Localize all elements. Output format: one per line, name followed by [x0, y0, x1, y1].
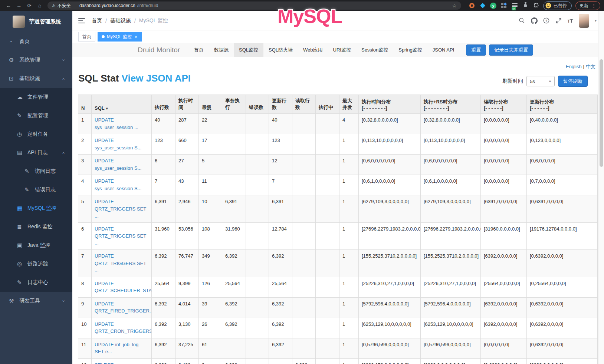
- tab-close-icon[interactable]: ×: [135, 34, 138, 40]
- sql-statement-link[interactable]: UPDATE QRTZ_SCHEDULER_STA...: [95, 281, 152, 294]
- back-icon[interactable]: ←: [4, 0, 13, 11]
- extensions-puzzle-icon[interactable]: [533, 2, 539, 9]
- sql-statement-link[interactable]: UPDATE sys_user_session S...: [95, 178, 141, 191]
- user-avatar[interactable]: [579, 14, 589, 28]
- refresh-interval-select[interactable]: 5s ∨: [526, 76, 555, 86]
- search-icon[interactable]: [519, 17, 525, 24]
- sql-statement-link[interactable]: UPDATE QRTZ_TRIGGERS SET ...: [95, 253, 146, 273]
- font-size-icon[interactable]: TT: [568, 17, 573, 24]
- sidebar-item-java[interactable]: ▣Java 监控: [0, 236, 72, 255]
- druid-nav-URI监控[interactable]: URI监控: [328, 43, 356, 57]
- druid-nav-Web应用[interactable]: Web应用: [298, 43, 328, 57]
- app-logo[interactable]: 芋道管理系统: [0, 11, 72, 32]
- sql-statement-link[interactable]: SELECT TRIGGER_STATE: [95, 362, 134, 364]
- cell: [6220,172,0,0,0,0,0,0]: [359, 358, 421, 364]
- update-chip[interactable]: 更新 ⋮: [575, 1, 600, 10]
- sql-statement-link[interactable]: UPDATE sys_user_session S...: [95, 158, 141, 171]
- log-and-reset-button[interactable]: 记录日志并重置: [489, 44, 533, 56]
- tab-home[interactable]: 首页: [78, 32, 95, 42]
- sidebar-collapse-icon[interactable]: [78, 18, 85, 23]
- cell: 7: [78, 250, 92, 277]
- user-menu-caret-icon[interactable]: ▾: [595, 19, 597, 23]
- sidebar-item-access-log[interactable]: ✎访问日志: [0, 162, 72, 181]
- forward-icon[interactable]: →: [14, 0, 24, 11]
- sidebar-item-label: 链路追踪: [27, 261, 48, 267]
- sidebar-item-error-log[interactable]: ✎错误日志: [0, 181, 72, 199]
- reset-button[interactable]: 重置: [466, 44, 486, 56]
- cell: [19176,12784,0,0,0,0]: [527, 222, 598, 250]
- browser-window: ← → ⟳ ⌂ ⚠ 不安全 dashboard.yudao.iocoder.cn…: [0, 0, 604, 364]
- cell: [6279,109,3,0,0,0,0,0]: [421, 195, 481, 223]
- pause-refresh-button[interactable]: 暂停刷新: [558, 76, 588, 87]
- paused-chip[interactable]: 已暂停: [543, 1, 572, 10]
- github-icon[interactable]: [531, 17, 538, 24]
- extension-y-icon[interactable]: y: [490, 3, 496, 9]
- sql-statement-link[interactable]: UPDATE QRTZ_FIRED_TRIGGER...: [95, 301, 152, 314]
- sidebar-item-file[interactable]: ☁文件管理: [0, 88, 72, 106]
- druid-nav-SQL监控[interactable]: SQL监控: [234, 43, 263, 57]
- view-json-api-link[interactable]: View JSON API: [122, 73, 191, 84]
- fullscreen-icon[interactable]: [555, 17, 562, 24]
- sidebar-item-job[interactable]: ◷定时任务: [0, 125, 72, 143]
- cell: 25,564: [269, 277, 292, 297]
- sql-statement-link[interactable]: UPDATE QRTZ_CRON_TRIGGERS...: [95, 321, 152, 334]
- chart-icon: ▦: [17, 205, 26, 212]
- sidebar-item-label: 配置管理: [27, 112, 48, 119]
- help-icon[interactable]: ?: [543, 17, 550, 24]
- sidebar-item-mysql[interactable]: ▦MySQL 监控: [0, 199, 72, 218]
- address-bar[interactable]: ⚠ 不安全 dashboard.yudao.iocoder.cn/infra/d…: [47, 1, 461, 10]
- security-warning-label[interactable]: 不安全: [58, 3, 71, 9]
- sidebar-item-infra[interactable]: ⊡基础设施∧: [0, 69, 72, 88]
- column-header: 读取行数: [292, 95, 316, 114]
- chevron-up-icon: ∧: [62, 151, 65, 155]
- reload-icon[interactable]: ⟳: [24, 0, 34, 11]
- cell: 12,784: [269, 222, 292, 250]
- lang-english-link[interactable]: English: [566, 64, 582, 69]
- cell: [6253,129,10,0,0,0,0,0]: [359, 318, 421, 338]
- sidebar: 芋道管理系统 ◔首页⚙系统管理∨⊡基础设施∧☁文件管理✎配置管理◷定时任务▤AP…: [0, 11, 72, 364]
- page-scrollbar[interactable]: [598, 11, 604, 364]
- cell-sql: UPDATE QRTZ_TRIGGERS SET ...: [92, 222, 152, 250]
- cell: 1: [339, 318, 359, 338]
- browser-menu-icon[interactable]: ⋮: [591, 3, 596, 9]
- scrollbar-thumb[interactable]: [600, 59, 603, 167]
- sidebar-item-log-center[interactable]: ✎日志中心: [0, 273, 72, 292]
- column-header[interactable]: SQL▼: [92, 95, 152, 114]
- sql-statement-link[interactable]: UPDATE sys_user_session S...: [95, 138, 141, 150]
- extension-gem-icon[interactable]: [479, 2, 486, 9]
- cell: 6,392: [292, 358, 316, 364]
- cell: 6,391: [269, 195, 292, 223]
- sql-statement-link[interactable]: UPDATE sys_user_session ...: [95, 117, 138, 130]
- sql-statement-link[interactable]: UPDATE inf_job_log SET e...: [95, 342, 138, 355]
- extension-list-icon[interactable]: on: [511, 2, 518, 9]
- bookmark-star-icon[interactable]: ☆: [452, 3, 457, 9]
- gear-icon: ⚙: [9, 57, 18, 63]
- extension-figure-icon[interactable]: [522, 2, 529, 9]
- breadcrumb-home[interactable]: 首页: [92, 17, 102, 24]
- extension-donut-icon[interactable]: [469, 2, 475, 9]
- sidebar-item-dev-tools[interactable]: ⚒研发工具∨: [0, 292, 72, 310]
- druid-nav-SQL防火墙[interactable]: SQL防火墙: [263, 43, 298, 57]
- cell: 6,392: [269, 338, 292, 358]
- tab-mysql-monitor[interactable]: MySQL 监控 ×: [98, 32, 142, 42]
- druid-nav-数据源[interactable]: 数据源: [209, 43, 234, 57]
- cell: [222, 338, 246, 358]
- lang-chinese-link[interactable]: 中文: [586, 64, 595, 69]
- sidebar-item-config[interactable]: ✎配置管理: [0, 106, 72, 125]
- sidebar-item-api-log[interactable]: ▤API 日志∧: [0, 143, 72, 162]
- breadcrumb-infra[interactable]: 基础设施: [110, 17, 131, 24]
- sidebar-item-system[interactable]: ⚙系统管理∨: [0, 51, 72, 69]
- sidebar-item-trace[interactable]: ◎链路追踪: [0, 255, 72, 273]
- extension-grid-icon[interactable]: [500, 2, 507, 9]
- cell: [246, 134, 269, 155]
- druid-nav-首页[interactable]: 首页: [189, 43, 209, 57]
- sidebar-item-home[interactable]: ◔首页: [0, 32, 72, 51]
- home-icon[interactable]: ⌂: [35, 0, 45, 11]
- druid-nav-Session监控[interactable]: Session监控: [356, 43, 393, 57]
- sidebar-item-redis[interactable]: ≣Redis 监控: [0, 218, 72, 236]
- sql-statement-link[interactable]: UPDATE QRTZ_TRIGGERS SET ...: [95, 226, 146, 246]
- druid-nav-JSON API[interactable]: JSON API: [427, 43, 460, 57]
- cell: [6392,0,0,0,0,0]: [527, 358, 598, 364]
- sql-statement-link[interactable]: UPDATE QRTZ_TRIGGERS SET ...: [95, 199, 146, 219]
- druid-nav-Spring监控[interactable]: Spring监控: [393, 43, 427, 57]
